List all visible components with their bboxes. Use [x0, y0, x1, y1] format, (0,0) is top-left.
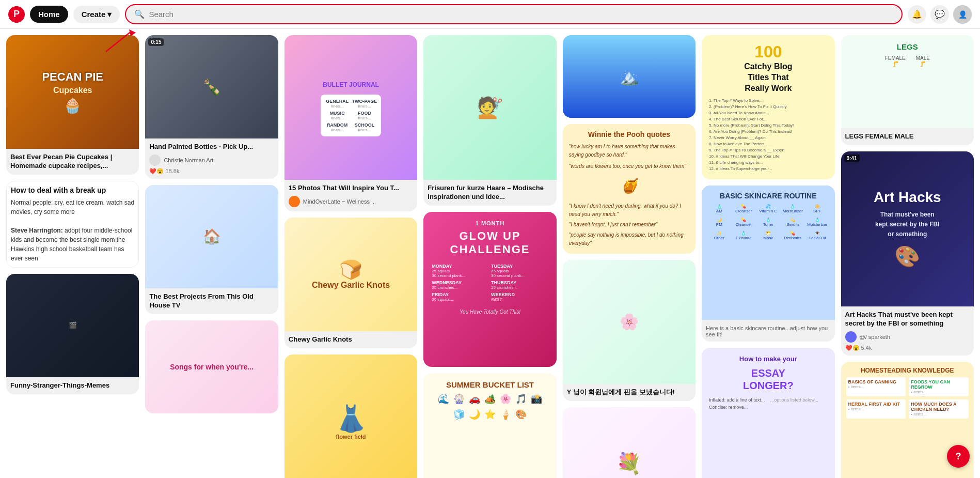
- author-avatar-journal: [289, 196, 300, 207]
- search-bar: 🔍: [125, 4, 903, 24]
- pin-card-summer[interactable]: SUMMER BUCKET LIST 🌊🎡🚗🏕️ 🌸🎵📸🧊 🌙⭐🍦🎨: [423, 373, 556, 478]
- pin-card-haare[interactable]: 💇 Frisuren fur kurze Haare – Modische In…: [423, 35, 556, 206]
- pin-card-howdeal[interactable]: How to deal with a break up Normal peopl…: [6, 181, 139, 268]
- pinterest-logo[interactable]: P: [8, 6, 25, 23]
- pin-sub-skincare: Here is a basic skincare routine...adjus…: [706, 325, 830, 337]
- pin-title-oldhouse: The Best Projects From This Old House TV: [149, 292, 274, 310]
- pin-card-skincare[interactable]: BASIC SKINCARE ROUTINE 🧴AM 💊Cleanser 💦Vi…: [702, 186, 834, 342]
- bell-icon: 🔔: [912, 9, 922, 19]
- pin-card-stranger[interactable]: 🎬 Funny-Stranger-Things-Memes: [6, 274, 139, 394]
- pin-card-journal[interactable]: BULLET JOURNAL GENERALlines... TWO-PAGEl…: [284, 35, 417, 211]
- pin-card-girl[interactable]: 👗 flower field finja aar: [284, 354, 417, 478]
- create-button[interactable]: Create ▾: [73, 6, 120, 23]
- pin-card-flowers[interactable]: 💐: [563, 407, 696, 478]
- pin-title-journal: 15 Photos That Will Inspire You T...: [289, 184, 413, 193]
- pin-stats-bottles: ❤️😮 18.8k: [149, 168, 274, 175]
- home-button[interactable]: Home: [30, 6, 68, 23]
- pin-card-bottles[interactable]: 0:15 🍾 Hand Painted Bottles - Pick Up...…: [145, 35, 278, 179]
- pin-title-pecan: Best Ever Pecan Pie Cupcakes | Homemade …: [10, 153, 135, 171]
- pin-card-oldhouse[interactable]: 🏠 The Best Projects From This Old House …: [145, 185, 278, 314]
- pin-card-songs[interactable]: Songs for when you're...: [145, 320, 278, 413]
- chat-icon: 💬: [935, 9, 945, 19]
- pin-title-haare: Frisuren fur kurze Haare – Modische Insp…: [428, 184, 552, 202]
- header: P Home Create ▾ 🔍 🔔 💬 👤: [0, 0, 980, 29]
- search-icon: 🔍: [134, 9, 145, 19]
- pin-card-glow[interactable]: 1 MONTH GLOW UPCHALLENGE MONDAY25 squats…: [423, 212, 556, 367]
- pin-card-legs[interactable]: LEGS FEMALE🦵 MALE🦵 LEGS FEMALE MALE: [841, 35, 974, 145]
- author-name-bottles: Christie Norman Art: [164, 157, 213, 163]
- video-badge-bottles: 0:15: [148, 38, 164, 46]
- help-button[interactable]: ?: [947, 445, 970, 468]
- pin-stats-arthacks: ❤️😮 5.4k: [845, 345, 970, 351]
- pin-title-korean: Y 님이 회원님에게 핀을 보냈습니다!: [567, 388, 691, 397]
- pin-sub-howdeal: Normal people: cry, eat ice cream, watch…: [11, 198, 134, 263]
- messages-button[interactable]: 💬: [930, 5, 949, 24]
- pin-card-winnie[interactable]: Winnie the Pooh quotes "how lucky am I t…: [563, 124, 696, 254]
- author-avatar-bottles: [149, 155, 161, 166]
- notifications-button[interactable]: 🔔: [908, 5, 926, 24]
- pin-title-stranger: Funny-Stranger-Things-Memes: [10, 381, 135, 390]
- author-name-journal: MindOverLatte ~ Wellness ...: [303, 198, 376, 205]
- search-input[interactable]: [149, 10, 893, 19]
- chevron-down-icon: ▾: [107, 10, 112, 19]
- pin-title-bottles: Hand Painted Bottles - Pick Up...: [149, 143, 274, 151]
- pin-card-essay[interactable]: How to make your ESSAYLONGER? Inflated: …: [702, 348, 834, 478]
- video-badge-arthacks: 0:41: [844, 155, 860, 162]
- author-name-arthacks: @/ sparketh: [860, 334, 890, 340]
- pin-card-garlic[interactable]: 🍞 Chewy Garlic Knots Chewy Garlic Knots: [284, 218, 417, 348]
- author-avatar-arthacks: [845, 331, 857, 343]
- pin-card-catchy[interactable]: 100 Catchy BlogTitles ThatReally Work 1.…: [702, 35, 834, 179]
- pin-title-garlic: Chewy Garlic Knots: [289, 335, 413, 344]
- pin-card-pecan[interactable]: PECAN PIE Cupcakes 🧁 Best Ever Pecan Pie…: [6, 35, 139, 175]
- pin-card-arthacks[interactable]: 0:41 Art Hacks That must've beenkept sec…: [841, 151, 974, 356]
- pin-title-howdeal: How to deal with a break up: [11, 186, 134, 195]
- header-icons: 🔔 💬 👤: [908, 5, 972, 24]
- pin-title-legs: LEGS FEMALE MALE: [845, 132, 970, 141]
- avatar[interactable]: 👤: [953, 5, 972, 24]
- pin-grid: PECAN PIE Cupcakes 🧁 Best Ever Pecan Pie…: [0, 29, 980, 478]
- pin-card-korean[interactable]: 🌸 Y 님이 회원님에게 핀을 보냈습니다!: [563, 260, 696, 401]
- pin-card-mountains[interactable]: 🏔️: [563, 35, 696, 118]
- pin-title-arthacks: Art Hacks That must've been kept secret …: [845, 311, 970, 328]
